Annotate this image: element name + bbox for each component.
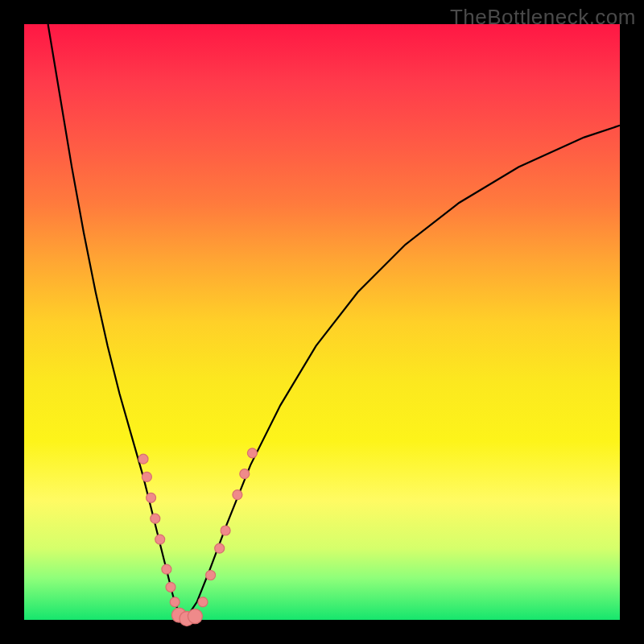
bead-marker (162, 564, 171, 574)
bead-marker (166, 582, 175, 592)
bead-marker (215, 543, 225, 553)
bead-marker (142, 472, 151, 481)
bead-marker (206, 571, 216, 580)
bead-marker (188, 609, 202, 624)
bead-marker (147, 493, 156, 502)
bead-marker (198, 597, 208, 607)
curve-right (185, 126, 620, 620)
bead-marker (221, 526, 230, 535)
bead-marker (170, 597, 180, 607)
chart-overlay (24, 24, 620, 620)
bead-marker (233, 490, 242, 500)
chart-frame: TheBottleneck.com (0, 0, 644, 644)
bead-marker (247, 448, 257, 458)
bead-marker (151, 514, 160, 523)
curve-left (48, 24, 185, 620)
bead-marker (240, 469, 250, 479)
bead-marker (138, 454, 148, 464)
bead-marker (155, 535, 165, 544)
